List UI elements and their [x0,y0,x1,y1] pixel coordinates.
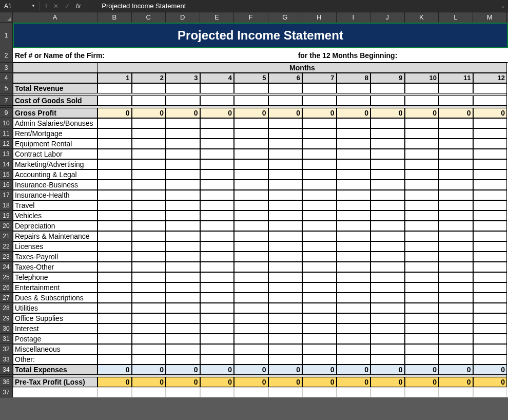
row-header-19[interactable]: 19 [0,211,13,221]
data-cell[interactable] [200,96,235,106]
data-cell[interactable] [370,159,405,169]
data-cell[interactable] [370,282,405,293]
data-cell[interactable]: 0 [166,377,200,387]
col-header-H[interactable]: H [302,12,337,23]
data-cell[interactable]: 0 [166,365,200,375]
data-cell[interactable] [473,190,507,200]
data-cell[interactable] [473,200,507,211]
data-cell[interactable] [234,83,268,93]
data-cell[interactable] [97,323,132,334]
data-cell[interactable] [166,118,200,128]
data-cell[interactable] [268,190,303,200]
data-cell[interactable] [132,169,166,180]
data-cell[interactable] [268,180,303,190]
col-header-J[interactable]: J [370,12,405,23]
row-label[interactable]: Insurance-Business [13,180,97,190]
data-cell[interactable] [268,118,303,128]
data-cell[interactable] [268,303,303,313]
data-cell[interactable] [268,83,303,93]
data-cell[interactable] [97,149,132,159]
data-cell[interactable]: 0 [473,377,507,387]
data-cell[interactable] [473,252,507,262]
data-cell[interactable] [337,293,371,303]
data-cell[interactable] [97,180,132,190]
data-cell[interactable] [200,313,235,323]
expand-formula-icon[interactable]: ⌄ [498,3,508,9]
data-cell[interactable] [370,252,405,262]
data-cell[interactable] [97,118,132,128]
data-cell[interactable] [234,252,268,262]
data-cell[interactable] [234,96,268,106]
data-cell[interactable] [370,169,405,180]
data-cell[interactable]: 0 [302,377,337,387]
data-cell[interactable] [166,252,200,262]
data-cell[interactable] [268,252,303,262]
row-label[interactable]: Accounting & Legal [13,169,97,180]
data-cell[interactable] [370,149,405,159]
data-cell[interactable] [268,282,303,293]
row-label[interactable]: Cost of Goods Sold [13,96,97,106]
row-header-12[interactable]: 12 [0,139,13,149]
confirm-icon[interactable]: ✓ [65,3,70,10]
data-cell[interactable] [234,323,268,334]
data-cell[interactable] [97,252,132,262]
data-cell[interactable]: 0 [370,365,405,375]
data-cell[interactable] [473,231,507,241]
data-cell[interactable] [97,169,132,180]
select-all-corner[interactable] [0,12,13,23]
data-cell[interactable] [370,118,405,128]
data-cell[interactable] [234,190,268,200]
data-cell[interactable] [268,272,303,282]
data-cell[interactable] [405,190,439,200]
data-cell[interactable] [473,96,507,106]
data-cell[interactable] [97,303,132,313]
data-cell[interactable] [370,231,405,241]
data-cell[interactable] [166,149,200,159]
row-header-27[interactable]: 27 [0,293,13,303]
col-header-F[interactable]: F [234,12,268,23]
months-merged-header[interactable]: Months [97,63,507,73]
data-cell[interactable]: 0 [166,108,200,118]
data-cell[interactable] [97,96,132,106]
data-cell[interactable] [97,159,132,169]
data-cell[interactable] [337,313,371,323]
data-cell[interactable] [473,139,507,149]
data-cell[interactable] [370,272,405,282]
data-cell[interactable] [405,169,439,180]
data-cell[interactable] [97,83,132,93]
data-cell[interactable] [200,334,235,344]
data-cell[interactable] [132,241,166,252]
data-cell[interactable] [97,334,132,344]
data-cell[interactable] [405,293,439,303]
data-cell[interactable]: 0 [234,108,268,118]
row-label[interactable]: Insurance-Health [13,190,97,200]
data-cell[interactable] [234,149,268,159]
data-cell[interactable] [439,159,473,169]
data-cell[interactable] [268,139,303,149]
row-label[interactable]: Equipment Rental [13,139,97,149]
col-header-L[interactable]: L [439,12,473,23]
data-cell[interactable] [234,293,268,303]
empty-cell[interactable] [200,387,235,397]
data-cell[interactable] [405,180,439,190]
row-header-2[interactable]: 2 [0,48,13,63]
data-cell[interactable] [132,83,166,93]
data-cell[interactable] [132,344,166,354]
col-header-A[interactable]: A [13,12,97,23]
month-header-3[interactable]: 3 [166,73,200,83]
data-cell[interactable]: 0 [268,365,303,375]
row-label[interactable]: Depreciation [13,221,97,231]
data-cell[interactable] [405,354,439,365]
data-cell[interactable] [97,282,132,293]
data-cell[interactable]: 0 [439,108,473,118]
empty-cell[interactable] [97,387,132,397]
empty-cell[interactable] [439,387,473,397]
month-header-8[interactable]: 8 [337,73,371,83]
data-cell[interactable] [234,303,268,313]
row-header-15[interactable]: 15 [0,169,13,180]
data-cell[interactable] [473,83,507,93]
data-cell[interactable] [234,262,268,272]
data-cell[interactable] [337,344,371,354]
col-header-G[interactable]: G [268,12,303,23]
month-header-9[interactable]: 9 [370,73,405,83]
